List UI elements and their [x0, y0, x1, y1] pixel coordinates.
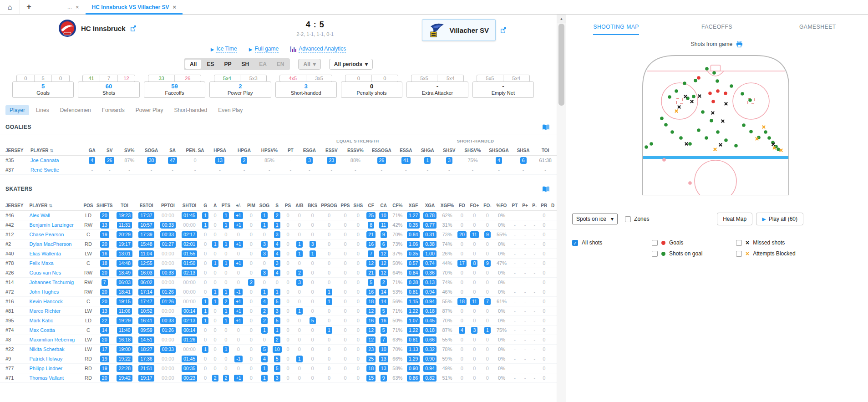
- ice-time-link[interactable]: ▶ Ice Time: [211, 46, 237, 53]
- advanced-analytics-link[interactable]: Advanced Analytics: [290, 46, 346, 53]
- column-header[interactable]: SHSV: [438, 146, 460, 156]
- column-header[interactable]: ESGA: [299, 146, 320, 156]
- player-link[interactable]: Dylan MacPherson: [29, 241, 71, 247]
- player-link[interactable]: Marco Richter: [29, 308, 60, 314]
- missed-shots-checkbox[interactable]: [736, 240, 742, 246]
- goal-marker[interactable]: [697, 76, 700, 80]
- goal-marker[interactable]: [711, 100, 715, 103]
- column-header[interactable]: HPSA: [208, 146, 232, 156]
- column-header[interactable]: JERSEY: [0, 146, 25, 156]
- player-link[interactable]: Alex Wall: [29, 213, 50, 218]
- goal-marker[interactable]: [724, 92, 727, 95]
- shot-on-goal-marker[interactable]: [749, 130, 753, 133]
- column-header[interactable]: GA: [84, 146, 101, 156]
- strength-option-all[interactable]: All: [185, 60, 201, 69]
- column-header[interactable]: +/-: [232, 201, 245, 211]
- column-header[interactable]: ESSV: [320, 146, 343, 156]
- column-header[interactable]: SHSA: [513, 146, 534, 156]
- strength-option-sh[interactable]: SH: [237, 60, 254, 69]
- tab-even-play[interactable]: Even Play: [214, 105, 247, 115]
- player-link[interactable]: Thomas Vallant: [29, 375, 64, 381]
- column-header[interactable]: G: [200, 201, 210, 211]
- column-header[interactable]: SV%: [118, 146, 140, 156]
- shot-on-goal-marker[interactable]: [767, 136, 771, 140]
- column-header[interactable]: PLAYER⇅: [25, 146, 84, 156]
- close-icon[interactable]: ×: [76, 4, 79, 10]
- player-link[interactable]: Max Coatta: [29, 327, 55, 333]
- column-header[interactable]: POS: [81, 201, 96, 211]
- external-link-icon[interactable]: [130, 25, 137, 31]
- tab-power-play[interactable]: Power Play: [132, 105, 168, 115]
- spots-on-ice-select[interactable]: Spots on ice ▾: [572, 214, 618, 224]
- column-header[interactable]: D: [549, 201, 557, 211]
- column-header[interactable]: SHSV%: [460, 146, 486, 156]
- shot-on-goal-marker[interactable]: [688, 142, 692, 146]
- column-header[interactable]: S: [271, 201, 283, 211]
- player-link[interactable]: Elias Wallenta: [29, 251, 61, 256]
- column-header[interactable]: SHIFTS: [95, 201, 114, 211]
- player-link[interactable]: Patrick Holway: [29, 356, 62, 361]
- column-header[interactable]: JERSEY: [0, 201, 24, 211]
- column-header[interactable]: P-: [530, 201, 539, 211]
- shot-on-goal-marker[interactable]: [764, 130, 767, 134]
- tab-short-handed[interactable]: Short-handed: [170, 105, 211, 115]
- new-tab-button[interactable]: +: [20, 0, 38, 14]
- player-link[interactable]: Mark Katic: [29, 318, 53, 323]
- zones-checkbox[interactable]: [625, 216, 631, 222]
- player-link[interactable]: Joe Cannata: [30, 158, 59, 163]
- scroll-up-arrow[interactable]: ▲: [557, 15, 566, 23]
- report-book-icon[interactable]: [543, 124, 549, 130]
- column-header[interactable]: PT: [509, 201, 520, 211]
- shot-on-goal-marker[interactable]: [664, 123, 668, 127]
- column-header[interactable]: SHGA: [417, 146, 439, 156]
- player-link[interactable]: Philipp Lindner: [29, 366, 62, 371]
- player-link[interactable]: John Hughes: [29, 289, 59, 295]
- column-header[interactable]: PR: [539, 201, 549, 211]
- shot-on-goal-marker[interactable]: [679, 136, 683, 140]
- shot-on-goal-marker[interactable]: [694, 79, 697, 82]
- column-header[interactable]: PIM: [245, 201, 257, 211]
- column-header[interactable]: SHSOGA: [485, 146, 513, 156]
- column-header[interactable]: PPSOG: [319, 201, 339, 211]
- column-header[interactable]: FO-: [481, 201, 494, 211]
- player-link[interactable]: Kevin Hancock: [29, 299, 62, 304]
- scrollbar-thumb[interactable]: [558, 24, 564, 106]
- tab-gamesheet[interactable]: GAMESHEET: [767, 20, 868, 34]
- shot-on-goal-marker[interactable]: [742, 123, 746, 127]
- column-header[interactable]: PTS: [220, 201, 232, 211]
- column-header[interactable]: ESTOI: [135, 201, 157, 211]
- column-header[interactable]: SV: [101, 146, 119, 156]
- shot-on-goal-marker[interactable]: [670, 130, 674, 134]
- column-header[interactable]: SOGA: [140, 146, 163, 156]
- shot-on-goal-marker[interactable]: [716, 79, 719, 83]
- shot-on-goal-marker[interactable]: [710, 119, 713, 122]
- column-header[interactable]: XGA: [421, 201, 438, 211]
- column-header[interactable]: PPTOI: [157, 201, 178, 211]
- tab-lines[interactable]: Lines: [32, 105, 53, 115]
- column-header[interactable]: HPSV%: [256, 146, 282, 156]
- period-filter-dropdown[interactable]: All periods ▾: [329, 59, 373, 70]
- shot-on-goal-marker[interactable]: [697, 128, 700, 132]
- column-header[interactable]: A/B: [293, 201, 306, 211]
- shot-on-goal-marker[interactable]: [748, 98, 752, 102]
- attempts-blocked-checkbox[interactable]: [736, 251, 742, 257]
- away-team-card[interactable]: Villacher SV: [422, 19, 496, 41]
- shot-on-goal-marker[interactable]: [692, 95, 695, 98]
- player-link[interactable]: Benjamin Lanzinger: [29, 222, 73, 228]
- shot-on-goal-marker[interactable]: [724, 138, 728, 142]
- column-header[interactable]: P+: [520, 201, 530, 211]
- column-header[interactable]: SA: [162, 146, 182, 156]
- player-link[interactable]: Maximilian Rebernig: [29, 337, 75, 342]
- column-header[interactable]: %FO: [494, 201, 509, 211]
- column-header[interactable]: CF: [365, 201, 377, 211]
- heat-map-button[interactable]: Heat Map: [717, 213, 752, 225]
- column-header[interactable]: TOI: [534, 146, 557, 156]
- all-shots-checkbox[interactable]: ✓: [572, 240, 578, 246]
- strength-option-pp[interactable]: PP: [219, 60, 236, 69]
- faint-shot-marker[interactable]: [688, 181, 692, 185]
- tab-faceoffs[interactable]: FACEOFFS: [666, 20, 767, 34]
- player-link[interactable]: Guus van Nes: [29, 270, 61, 275]
- shot-on-goal-marker[interactable]: [660, 117, 664, 120]
- external-link-icon[interactable]: [500, 27, 507, 33]
- strength-option-es[interactable]: ES: [202, 60, 218, 69]
